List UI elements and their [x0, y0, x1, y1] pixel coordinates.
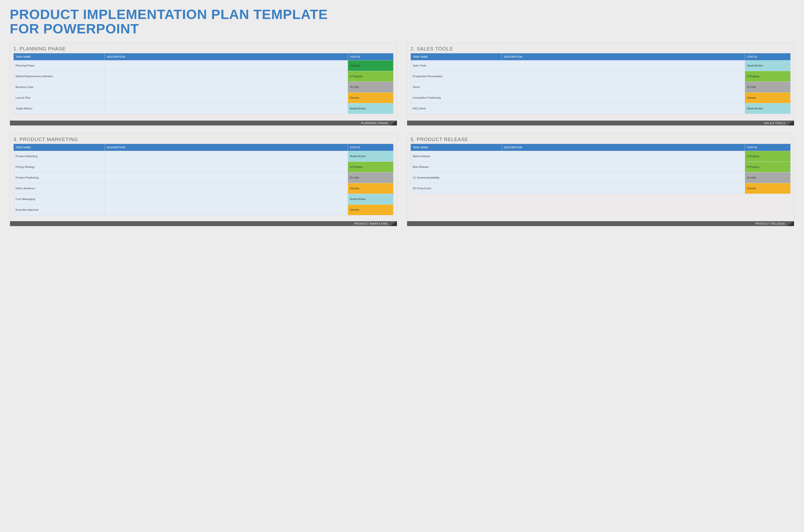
- desc-cell: [105, 82, 348, 92]
- col-header-task: TASK NAME: [411, 144, 502, 151]
- card-footer: SALES TOOLS: [407, 120, 794, 126]
- plan-table: TASK NAMEDESCRIPTIONSTATUSPlanning Phase…: [13, 53, 393, 114]
- desc-cell: [502, 151, 745, 162]
- table-row: Launch PlanOverdue: [14, 92, 393, 103]
- desc-cell: [502, 92, 745, 103]
- desc-cell: [105, 183, 348, 194]
- task-cell: Product Marketing: [14, 151, 105, 162]
- plan-table: TASK NAMEDESCRIPTIONSTATUSAlpha ReleaseI…: [411, 144, 791, 194]
- task-cell: Launch Plan: [14, 92, 105, 103]
- task-cell: Beta Release: [411, 162, 502, 172]
- table-row: Market Requirements DefinitionIn Progres…: [14, 71, 393, 82]
- task-cell: Business Case: [14, 82, 105, 92]
- status-cell: Needs Review: [745, 60, 790, 71]
- col-header-status: STATUS: [745, 53, 790, 60]
- plan-table: TASK NAMEDESCRIPTIONSTATUSSales ToolsNee…: [411, 53, 791, 114]
- task-cell: Core Messaging: [14, 194, 105, 204]
- col-header-status: STATUS: [745, 144, 790, 151]
- task-cell: Define Audience: [14, 183, 105, 194]
- plan-table: TASK NAMEDESCRIPTIONSTATUSProduct Market…: [13, 144, 393, 215]
- table-row: V1 General AvailabilityOn Hold: [411, 172, 791, 183]
- table-row: Business CaseOn Hold: [14, 82, 393, 92]
- desc-cell: [502, 172, 745, 183]
- status-cell: Needs Review: [348, 103, 393, 114]
- task-cell: Demo: [411, 82, 502, 92]
- status-cell: Overdue: [745, 92, 790, 103]
- col-header-status: STATUS: [348, 53, 393, 60]
- plan-card: 5. PRODUCT RELEASETASK NAMEDESCRIPTIONST…: [407, 133, 794, 226]
- task-cell: V1 General Availability: [411, 172, 502, 183]
- desc-cell: [502, 103, 745, 114]
- table-row: R2 Press EventOverdue: [411, 183, 791, 194]
- col-header-desc: DESCRIPTION: [502, 53, 745, 60]
- status-cell: On Hold: [745, 82, 790, 92]
- desc-cell: [502, 183, 745, 194]
- table-row: Core MessagingNeeds Review: [14, 194, 393, 204]
- desc-cell: [105, 172, 348, 183]
- col-header-status: STATUS: [348, 144, 393, 151]
- desc-cell: [105, 103, 348, 114]
- status-cell: Overdue: [348, 183, 393, 194]
- desc-cell: [502, 60, 745, 71]
- col-header-task: TASK NAME: [14, 144, 105, 151]
- desc-cell: [502, 162, 745, 172]
- table-row: Product MarketingNeeds Review: [14, 151, 393, 162]
- task-cell: Alpha Release: [411, 151, 502, 162]
- col-header-desc: DESCRIPTION: [105, 53, 348, 60]
- table-row: Pricing StrategyIn Progress: [14, 162, 393, 172]
- status-cell: In Progress: [348, 162, 393, 172]
- card-footer: PRODUCT MARKETING: [10, 221, 397, 226]
- table-row: FAQ SheetNeeds Review: [411, 103, 791, 114]
- status-cell: In Progress: [745, 162, 790, 172]
- status-cell: Overdue: [745, 183, 790, 194]
- status-cell: On Hold: [348, 82, 393, 92]
- desc-cell: [105, 194, 348, 204]
- col-header-task: TASK NAME: [14, 53, 105, 60]
- desc-cell: [105, 162, 348, 172]
- card-title: 3. PRODUCT MARKETING: [13, 137, 393, 142]
- card-footer-label: PRODUCT MARKETING: [354, 222, 388, 225]
- status-cell: Complete: [348, 60, 393, 71]
- task-cell: FAQ Sheet: [411, 103, 502, 114]
- plan-card: 3. PRODUCT MARKETINGTASK NAMEDESCRIPTION…: [10, 133, 397, 226]
- status-cell: On Hold: [348, 172, 393, 183]
- card-footer-label: PRODUCT RELEASE: [755, 222, 785, 225]
- card-title: 1. PLANNING PHASE: [13, 46, 393, 52]
- table-row: Competitive PositioningOverdue: [411, 92, 791, 103]
- task-cell: Pricing Strategy: [14, 162, 105, 172]
- page-title-line2: FOR POWERPOINT: [10, 21, 139, 36]
- table-row: Define AudienceOverdue: [14, 183, 393, 194]
- table-row: Sales ToolsNeeds Review: [411, 60, 791, 71]
- desc-cell: [105, 60, 348, 71]
- desc-cell: [502, 71, 745, 82]
- col-header-desc: DESCRIPTION: [502, 144, 745, 151]
- table-row: Target MetricsNeeds Review: [14, 103, 393, 114]
- card-footer-label: SALES TOOLS: [764, 121, 785, 125]
- plan-card: 1. PLANNING PHASETASK NAMEDESCRIPTIONSTA…: [10, 43, 397, 126]
- task-cell: R2 Press Event: [411, 183, 502, 194]
- table-row: DemoOn Hold: [411, 82, 791, 92]
- status-cell: In Progress: [745, 151, 790, 162]
- col-header-task: TASK NAME: [411, 53, 502, 60]
- table-row: Executive ApprovalOverdue: [14, 204, 393, 215]
- desc-cell: [105, 71, 348, 82]
- status-cell: On Hold: [745, 172, 790, 183]
- task-cell: Target Metrics: [14, 103, 105, 114]
- task-cell: Competitive Positioning: [411, 92, 502, 103]
- page-title: PRODUCT IMPLEMENTATION PLAN TEMPLATE FOR…: [10, 7, 794, 36]
- status-cell: Overdue: [348, 204, 393, 215]
- plan-card: 2. SALES TOOLSTASK NAMEDESCRIPTIONSTATUS…: [407, 43, 794, 126]
- card-title: 5. PRODUCT RELEASE: [411, 137, 791, 142]
- table-row: Prospective PresentationIn Progress: [411, 71, 791, 82]
- status-cell: In Progress: [745, 71, 790, 82]
- card-footer-label: PLANNING PHASE: [361, 121, 388, 125]
- table-row: Alpha ReleaseIn Progress: [411, 151, 791, 162]
- table-row: Beta ReleaseIn Progress: [411, 162, 791, 172]
- task-cell: Product Positioning: [14, 172, 105, 183]
- page-title-line1: PRODUCT IMPLEMENTATION PLAN TEMPLATE: [10, 6, 328, 22]
- card-footer: PRODUCT RELEASE: [407, 221, 794, 226]
- status-cell: Needs Review: [745, 103, 790, 114]
- status-cell: Needs Review: [348, 151, 393, 162]
- task-cell: Sales Tools: [411, 60, 502, 71]
- table-row: Planning PhaseComplete: [14, 60, 393, 71]
